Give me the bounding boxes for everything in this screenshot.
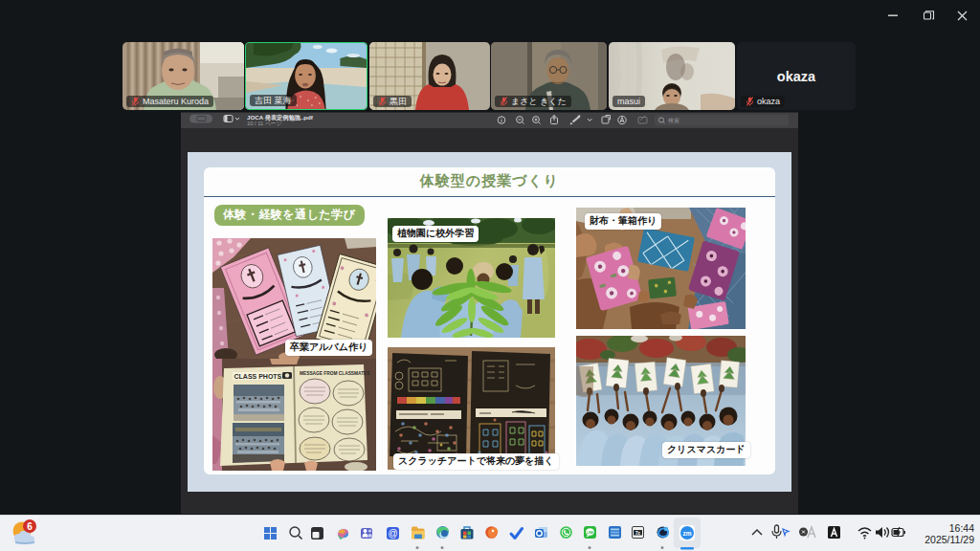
- svg-text:6: 6: [27, 521, 33, 532]
- svg-text:検索: 検索: [668, 117, 679, 123]
- svg-text:16:44: 16:44: [949, 522, 974, 534]
- svg-text:zm: zm: [682, 530, 691, 537]
- svg-text:CLASS PHOTS: CLASS PHOTS: [234, 373, 282, 380]
- svg-text:2025/11/29: 2025/11/29: [924, 534, 974, 545]
- svg-text:MESSAGE FROM CLASSMATES: MESSAGE FROM CLASSMATES: [300, 371, 370, 376]
- svg-text:LINE: LINE: [587, 531, 593, 535]
- svg-text:10 / 11 ページ: 10 / 11 ページ: [247, 121, 282, 126]
- svg-text:7z: 7z: [635, 531, 641, 536]
- svg-text:@: @: [388, 528, 397, 539]
